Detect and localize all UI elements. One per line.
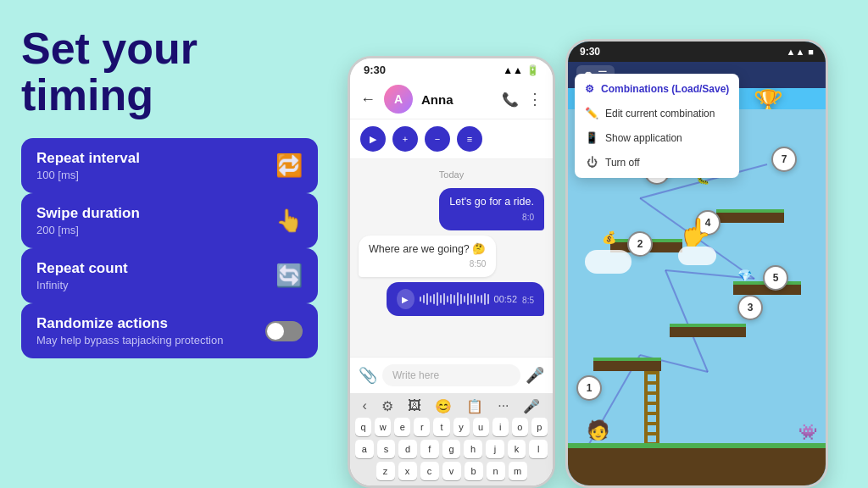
setting-card-randomize-actions[interactable]: Randomize actionsMay help bypass tapjack… bbox=[21, 303, 318, 358]
setting-title-swipe-duration: Swipe duration bbox=[36, 205, 140, 222]
audio-message: ▶ 00:52 8:5 bbox=[387, 282, 544, 316]
keyboard-key-v[interactable]: v bbox=[442, 462, 461, 480]
node-3: 3 bbox=[737, 295, 763, 320]
mic-icon[interactable]: 🎤 bbox=[526, 366, 544, 385]
keyboard-key-m[interactable]: m bbox=[509, 462, 527, 480]
keyboard-toolbar: ‹ ⚙ 🖼 😊 📋 ··· 🎤 bbox=[355, 398, 548, 414]
dropdown-item-edit[interactable]: ✏️ Edit current combination bbox=[575, 101, 739, 125]
phone-status-bar: 9:30 ▲▲ 🔋 bbox=[350, 58, 553, 80]
back-button[interactable]: ← bbox=[360, 91, 376, 108]
setting-value-repeat-count: Infinity bbox=[36, 279, 128, 291]
phone-input-area: 📎 Write here 🎤 bbox=[350, 357, 553, 393]
keyboard-key-h[interactable]: h bbox=[464, 440, 482, 458]
keyboard-tool-7[interactable]: 🎤 bbox=[523, 398, 540, 414]
message-input[interactable]: Write here bbox=[382, 364, 520, 386]
keyboard-row: zxcvbnm bbox=[355, 462, 548, 480]
keyboard-key-j[interactable]: j bbox=[486, 440, 504, 458]
message-text: Where are we going? 🤔 bbox=[369, 243, 486, 255]
cloud-2 bbox=[678, 247, 716, 265]
keyboard-key-u[interactable]: u bbox=[473, 418, 489, 436]
phone-mockup: 9:30 ▲▲ 🔋 ← A Anna 📞 ⋮ ▶ + − ≡ Today Let… bbox=[348, 56, 555, 488]
keyboard-key-k[interactable]: k bbox=[508, 440, 526, 458]
keyboard-tool-2[interactable]: ⚙ bbox=[381, 398, 393, 414]
keyboard-tool-1[interactable]: ‹ bbox=[362, 398, 366, 414]
right-panel: 9:30 ▲▲ 🔋 ← A Anna 📞 ⋮ ▶ + − ≡ Today Let… bbox=[339, 0, 868, 488]
setting-value-randomize-actions: May help bypass tapjacking protection bbox=[36, 334, 223, 347]
keyboard-key-f[interactable]: f bbox=[420, 440, 439, 458]
node-5: 5 bbox=[763, 265, 788, 291]
keyboard-key-t[interactable]: t bbox=[433, 418, 449, 436]
keyboard-key-b[interactable]: b bbox=[465, 462, 483, 480]
keyboard-tool-3[interactable]: 🖼 bbox=[408, 398, 421, 414]
phone-time: 9:30 bbox=[364, 64, 386, 76]
play-button[interactable]: ▶ bbox=[360, 126, 386, 152]
message-text: Let's go for a ride. bbox=[449, 196, 534, 208]
keyboard-area: ‹ ⚙ 🖼 😊 📋 ··· 🎤 qwertyuiopasdfghjklzxcvb… bbox=[350, 393, 553, 485]
setting-icon-repeat-count: 🔄 bbox=[275, 263, 303, 289]
hand-cursor: 👆 bbox=[678, 216, 712, 248]
keyboard-key-p[interactable]: p bbox=[531, 418, 548, 436]
setting-title-repeat-interval: Repeat interval bbox=[36, 150, 140, 167]
keyboard-key-d[interactable]: d bbox=[398, 440, 417, 458]
keyboard-key-s[interactable]: s bbox=[377, 440, 396, 458]
setting-info-repeat-interval: Repeat interval100 [ms] bbox=[36, 150, 140, 181]
ground bbox=[568, 443, 826, 485]
waveform-bar bbox=[477, 296, 479, 302]
audio-play-button[interactable]: ▶ bbox=[397, 289, 415, 309]
setting-icon-swipe-duration: 👆 bbox=[275, 208, 303, 234]
platform-1 bbox=[593, 358, 661, 371]
keyboard-key-o[interactable]: o bbox=[512, 418, 528, 436]
menu-button[interactable]: ≡ bbox=[457, 126, 482, 152]
keyboard-key-z[interactable]: z bbox=[376, 462, 395, 480]
attach-icon[interactable]: 📎 bbox=[359, 366, 377, 385]
setting-card-repeat-count[interactable]: Repeat countInfinity🔄 bbox=[21, 248, 318, 303]
waveform-bar bbox=[433, 294, 435, 304]
dropdown-menu: ⚙ Combinations (Load/Save) ✏️ Edit curre… bbox=[575, 74, 739, 178]
setting-toggle-randomize-actions[interactable] bbox=[265, 321, 303, 341]
dropdown-item-label: Show application bbox=[605, 132, 682, 144]
waveform-bar bbox=[430, 296, 431, 302]
dropdown-item-label: Turn off bbox=[605, 157, 640, 169]
avatar: A bbox=[384, 85, 413, 114]
keyboard-key-q[interactable]: q bbox=[355, 418, 371, 436]
keyboard-key-n[interactable]: n bbox=[487, 462, 505, 480]
keyboard-key-r[interactable]: r bbox=[414, 418, 430, 436]
keyboard-key-i[interactable]: i bbox=[492, 418, 509, 436]
setting-card-swipe-duration[interactable]: Swipe duration200 [ms]👆 bbox=[21, 193, 318, 248]
call-icon[interactable]: 📞 bbox=[502, 92, 519, 108]
gear-icon: ⚙ bbox=[585, 83, 594, 95]
phone-header: ← A Anna 📞 ⋮ bbox=[350, 80, 553, 119]
waveform-bar bbox=[460, 294, 462, 304]
svg-line-2 bbox=[665, 270, 708, 372]
add-button[interactable]: + bbox=[392, 126, 418, 152]
dropdown-header: ⚙ Combinations (Load/Save) bbox=[575, 77, 739, 101]
keyboard-tool-6[interactable]: ··· bbox=[498, 398, 509, 414]
audio-waveform bbox=[420, 291, 489, 308]
game-status-bar: 9:30 ▲▲ ■ bbox=[568, 42, 826, 62]
keyboard-key-c[interactable]: c bbox=[420, 462, 439, 480]
waveform-bar bbox=[457, 292, 459, 306]
setting-card-repeat-interval[interactable]: Repeat interval100 [ms]🔁 bbox=[21, 138, 318, 193]
keyboard-key-e[interactable]: e bbox=[394, 418, 410, 436]
dropdown-item-turnoff[interactable]: ⏻ Turn off bbox=[575, 150, 739, 175]
keyboard-tool-4[interactable]: 😊 bbox=[435, 398, 452, 414]
waveform-bar bbox=[426, 293, 428, 305]
dropdown-item-show[interactable]: 📱 Show application bbox=[575, 125, 739, 150]
keyboard-key-a[interactable]: a bbox=[355, 440, 374, 458]
waveform-bar bbox=[423, 295, 425, 303]
setting-icon-repeat-interval: 🔁 bbox=[275, 152, 303, 179]
setting-info-repeat-count: Repeat countInfinity bbox=[36, 260, 128, 291]
keyboard-key-w[interactable]: w bbox=[375, 418, 391, 436]
message-received-1: Where are we going? 🤔 8:50 bbox=[359, 236, 496, 278]
keyboard-tool-5[interactable]: 📋 bbox=[466, 398, 483, 414]
keyboard-key-y[interactable]: y bbox=[453, 418, 470, 436]
minus-button[interactable]: − bbox=[425, 126, 450, 152]
keyboard-key-l[interactable]: l bbox=[529, 440, 548, 458]
more-icon[interactable]: ⋮ bbox=[527, 90, 542, 108]
keyboard-key-g[interactable]: g bbox=[442, 440, 461, 458]
signal-icon: ▲▲ bbox=[787, 47, 805, 57]
contact-name: Anna bbox=[421, 92, 493, 107]
keyboard-key-x[interactable]: x bbox=[398, 462, 417, 480]
battery-icon: ■ bbox=[808, 47, 814, 57]
node-1: 1 bbox=[576, 375, 602, 401]
